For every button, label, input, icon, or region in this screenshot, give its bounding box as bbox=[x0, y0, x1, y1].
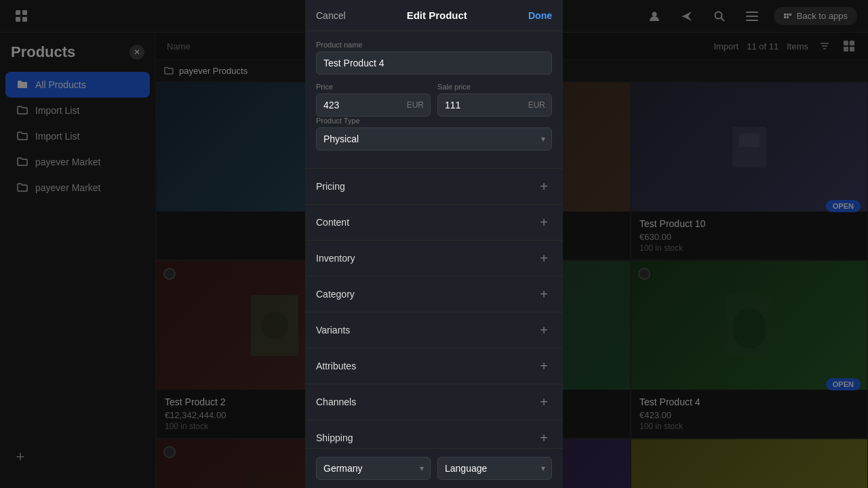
section-category-label: Category bbox=[316, 289, 355, 300]
sale-price-input-wrap: EUR bbox=[437, 94, 552, 117]
sale-price-label: Sale price bbox=[437, 83, 552, 91]
product-type-label: Product Type bbox=[316, 117, 552, 125]
product-name-input[interactable] bbox=[316, 52, 552, 75]
section-shipping[interactable]: Shipping + bbox=[305, 420, 563, 448]
modal-footer: Germany United States France Spain ▾ Lan… bbox=[305, 448, 563, 488]
section-attributes-plus-icon: + bbox=[536, 358, 552, 374]
price-label: Price bbox=[316, 83, 431, 91]
section-content[interactable]: Content + bbox=[305, 205, 563, 241]
section-channels[interactable]: Channels + bbox=[305, 384, 563, 420]
section-shipping-plus-icon: + bbox=[536, 430, 552, 446]
section-pricing-label: Pricing bbox=[316, 181, 345, 192]
section-content-label: Content bbox=[316, 217, 349, 228]
product-type-select-wrap: Physical Digital Service ▾ bbox=[316, 127, 552, 150]
section-category-plus-icon: + bbox=[536, 286, 552, 302]
modal-body: Product name Price EUR Sale price EUR bbox=[305, 31, 563, 448]
price-field: Price EUR bbox=[316, 83, 431, 117]
section-pricing-plus-icon: + bbox=[536, 178, 552, 195]
section-variants-label: Variants bbox=[316, 325, 350, 336]
price-currency: EUR bbox=[407, 100, 424, 110]
section-shipping-label: Shipping bbox=[316, 432, 353, 443]
modal-done-button[interactable]: Done bbox=[528, 10, 552, 21]
price-input-wrap: EUR bbox=[316, 94, 431, 117]
sale-price-field: Sale price EUR bbox=[437, 83, 552, 117]
sale-price-currency: EUR bbox=[528, 100, 545, 110]
language-select-wrap: Language English German French ▾ bbox=[437, 457, 552, 480]
edit-product-modal: Cancel Edit Product Done Product name Pr… bbox=[305, 0, 563, 488]
section-variants[interactable]: Variants + bbox=[305, 312, 563, 348]
product-type-select[interactable]: Physical Digital Service bbox=[316, 127, 552, 150]
modal-cancel-button[interactable]: Cancel bbox=[316, 10, 346, 21]
section-inventory-label: Inventory bbox=[316, 253, 355, 264]
section-pricing[interactable]: Pricing + bbox=[305, 169, 563, 205]
section-content-plus-icon: + bbox=[536, 214, 552, 230]
section-attributes-label: Attributes bbox=[316, 361, 356, 371]
section-inventory-plus-icon: + bbox=[536, 250, 552, 266]
country-select[interactable]: Germany United States France Spain bbox=[316, 457, 431, 480]
section-inventory[interactable]: Inventory + bbox=[305, 241, 563, 277]
modal-title: Edit Product bbox=[407, 9, 467, 21]
section-variants-plus-icon: + bbox=[536, 322, 552, 338]
product-name-field-group: Product name bbox=[316, 41, 552, 75]
section-channels-plus-icon: + bbox=[536, 394, 552, 410]
section-category[interactable]: Category + bbox=[305, 277, 563, 312]
modal-header: Cancel Edit Product Done bbox=[305, 0, 563, 31]
modal-basic-fields: Product name Price EUR Sale price EUR bbox=[305, 31, 563, 169]
price-row: Price EUR Sale price EUR bbox=[316, 83, 552, 117]
product-type-field-group: Product Type Physical Digital Service ▾ bbox=[316, 117, 552, 150]
section-channels-label: Channels bbox=[316, 396, 356, 407]
section-attributes[interactable]: Attributes + bbox=[305, 348, 563, 384]
language-select[interactable]: Language English German French bbox=[437, 457, 552, 480]
product-name-label: Product name bbox=[316, 41, 552, 49]
country-select-wrap: Germany United States France Spain ▾ bbox=[316, 457, 431, 480]
